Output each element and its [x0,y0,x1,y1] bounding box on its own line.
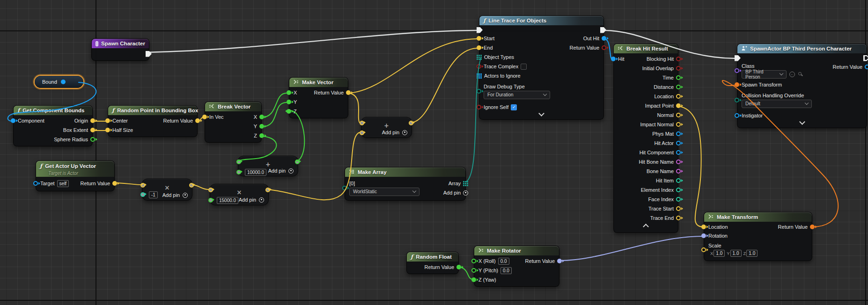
wire-vector[interactable] [349,93,360,123]
z-pin[interactable] [259,133,264,138]
instigator-pin[interactable] [735,113,739,118]
target-pin[interactable] [33,181,38,186]
node-spawnactor-bp-third-person-character[interactable]: SpawnActor BP Third Person CharacterClas… [737,44,867,128]
node-header[interactable]: ƒGet Actor Up VectorTarget is Actor [36,161,114,177]
bone-name-pin[interactable] [676,169,681,174]
checkbox-unchecked[interactable] [521,64,527,70]
hit-actor-pin[interactable] [676,141,681,145]
dropdown-bp-third-person[interactable]: BP Third Person [742,70,787,79]
blocking-hit-pin[interactable] [676,57,681,61]
input-pin[interactable] [360,131,364,135]
node-spawn-character-event[interactable]: Spawn Character [91,38,149,61]
trace-start-pin[interactable] [676,206,681,211]
node-make-vector[interactable]: Make VectorXReturn ValueYZ [289,77,348,118]
element-index-pin[interactable] [676,188,681,192]
node-header[interactable]: ƒRandom Float [407,252,458,261]
value-field[interactable]: 10000.0 [245,169,266,176]
node-header[interactable]: Make Vector [289,78,348,87]
sphere-radius-pin[interactable] [90,137,95,142]
return-value-pin[interactable] [865,65,868,69]
y-pin[interactable] [287,100,291,104]
exec-pin[interactable] [863,55,868,61]
time-pin[interactable] [676,75,681,80]
dropdown-worldstatic[interactable]: WorldStatic [349,188,419,196]
wire-vector[interactable] [192,185,208,189]
rotation-pin[interactable] [701,233,706,238]
value-field[interactable]: -1 [149,191,158,198]
hit-item-pin[interactable] [676,178,681,183]
start-pin[interactable] [477,36,481,41]
trace-end-pin[interactable] [676,216,681,220]
wire-exec[interactable] [146,30,478,52]
distance-pin[interactable] [676,85,681,89]
hit-bone-name-pin[interactable] [676,160,681,164]
node-header[interactable]: SpawnActor BP Third Person Character [737,44,867,53]
node-get-actor-up-vector[interactable]: ƒGet Actor Up VectorTarget is ActorTarge… [36,160,115,191]
input-pin[interactable] [236,170,241,174]
node-random-float[interactable]: ƒRandom FloatReturn Value [406,252,459,274]
impact-normal-pin[interactable] [676,122,681,127]
face-index-pin[interactable] [676,197,681,202]
collapse-chevron-down-icon[interactable] [737,121,867,126]
z-pin[interactable] [287,109,291,114]
location-pin[interactable] [676,94,681,99]
value-field[interactable]: self [57,180,69,187]
add-pin-icon[interactable] [183,193,188,198]
node-header[interactable]: ƒRandom Point in Bounding Box [108,106,197,115]
node-header[interactable]: Break Vector [205,102,261,111]
node-random-point-in-bounding-box[interactable]: ƒRandom Point in Bounding BoxCenterRetur… [108,105,198,137]
input-pin[interactable] [208,198,213,203]
x-pin[interactable] [287,90,291,95]
node-header[interactable]: Spawn Character [92,39,149,48]
z-yaw-pin[interactable] [471,277,476,282]
end-pin[interactable] [477,45,481,50]
node-make-array[interactable]: Make Array[0]WorldStaticArrayAdd pin [345,167,466,201]
add-pin-icon[interactable] [288,168,294,174]
output-pin[interactable] [409,121,413,125]
data-pin[interactable] [477,89,481,94]
collapse-chevron-up-icon[interactable] [614,223,678,231]
dropdown-default[interactable]: Default [742,100,812,108]
wire-float[interactable] [261,102,287,127]
y-pitch-pin[interactable] [471,268,476,273]
data-pin[interactable] [735,68,739,73]
node-bound-variable[interactable]: Bound [35,76,83,88]
value-field[interactable]: 0.0 [500,267,512,274]
value-field[interactable]: 15000.0 [217,197,238,204]
dropdown-for-duration[interactable]: For Duration [484,91,550,99]
wire-vector[interactable] [412,48,478,123]
ignore-self-pin[interactable] [477,105,481,109]
spawn-transform-pin[interactable] [735,82,739,87]
checkbox-checked[interactable]: ✓ [511,104,517,110]
node-break-hit-result[interactable]: Break Hit ResultHitBlocking HitInitial O… [613,44,678,233]
input-pin[interactable] [360,121,364,125]
wire-rotator[interactable] [559,236,703,261]
node-make-rotator[interactable]: Make RotatorX (Roll)0.0Return ValueY (Pi… [474,246,559,287]
data-pin[interactable] [701,247,706,252]
add-pin-icon[interactable] [259,197,264,203]
node-add-vector[interactable]: +Add pin [361,117,412,138]
object-types-pin[interactable] [477,55,482,60]
wire-float[interactable] [261,93,287,117]
node-line-trace-for-objects[interactable]: ƒLine Trace For ObjectsStartOut HitEndRe… [479,15,604,120]
value-field[interactable]: 1.0 [714,250,725,257]
wire-vector[interactable] [349,39,478,93]
node-make-transform[interactable]: Make TransformLocationReturn ValueRotati… [704,212,812,261]
in-vec-pin[interactable] [202,115,207,119]
node-header[interactable]: Make Array [345,167,465,177]
return-value-pin[interactable] [602,45,606,50]
value-field[interactable]: 0.0 [498,258,509,265]
value-field[interactable]: 1.0 [746,250,758,257]
add-pin-icon[interactable] [402,130,407,135]
node-header[interactable]: Make Transform [704,212,812,222]
initial-overlap-pin[interactable] [676,66,681,71]
reset-to-default-icon[interactable]: ← [789,72,795,77]
input-pin[interactable] [208,188,213,192]
add-pin-icon[interactable] [463,190,468,196]
node-header[interactable]: ƒLine Trace For Objects [479,16,603,25]
value-field[interactable]: 1.0 [730,250,742,257]
variable-output-pin[interactable] [61,80,66,84]
search-icon[interactable] [798,72,803,77]
hit-component-pin[interactable] [676,150,681,155]
normal-pin[interactable] [676,113,681,117]
